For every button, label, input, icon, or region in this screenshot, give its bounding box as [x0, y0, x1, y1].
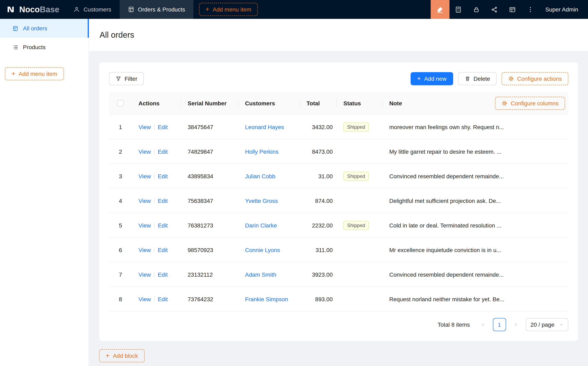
- pagination-total: Total 8 items: [438, 321, 470, 328]
- total-cell: 311.00: [300, 246, 337, 253]
- customer-link[interactable]: Leonard Hayes: [245, 123, 284, 130]
- customer-cell: Leonard Hayes: [239, 123, 300, 130]
- layout-settings-button[interactable]: [504, 0, 522, 19]
- row-number[interactable]: 4: [109, 197, 132, 204]
- configure-actions-button[interactable]: Configure actions: [502, 72, 568, 85]
- row-actions-cell: ViewEdit: [132, 173, 181, 179]
- table-row: 8 ViewEdit 73764232 Frankie Simpson 893.…: [109, 287, 568, 312]
- row-number[interactable]: 2: [109, 148, 132, 155]
- configure-columns-button[interactable]: Configure columns: [495, 97, 565, 110]
- row-number[interactable]: 8: [109, 296, 132, 302]
- orders-icon: [128, 6, 134, 13]
- total-cell: 8473.00: [300, 148, 337, 155]
- row-number[interactable]: 1: [109, 123, 132, 130]
- customer-cell: Connie Lyons: [239, 246, 300, 253]
- plugin-manager-button[interactable]: [486, 0, 504, 19]
- edit-link[interactable]: Edit: [158, 197, 168, 204]
- sidebar-item-products[interactable]: Products: [0, 38, 89, 57]
- pagination-next-button[interactable]: >: [509, 318, 522, 331]
- view-link[interactable]: View: [138, 197, 151, 204]
- filter-icon: [116, 76, 121, 82]
- column-header-status: Status: [337, 100, 383, 106]
- app-viewport: NocoBase Customers Orders & Products + A…: [0, 0, 588, 366]
- pagination-page-1[interactable]: 1: [493, 318, 506, 331]
- plus-icon: +: [106, 352, 110, 359]
- edit-link[interactable]: Edit: [158, 246, 168, 253]
- edit-link[interactable]: Edit: [158, 296, 168, 302]
- view-link[interactable]: View: [138, 246, 151, 253]
- edit-link[interactable]: Edit: [158, 148, 168, 155]
- nav-item-label: Customers: [83, 6, 111, 13]
- edit-link[interactable]: Edit: [158, 271, 168, 278]
- view-link[interactable]: View: [138, 271, 151, 278]
- page-size-select[interactable]: 20 / page: [526, 318, 568, 331]
- customer-link[interactable]: Connie Lyons: [245, 246, 280, 253]
- note-cell: Mr excellence inquietude conviction is i…: [383, 246, 568, 253]
- customer-link[interactable]: Frankie Simpson: [245, 296, 288, 302]
- toolbar-right: + Add new Delete: [411, 72, 569, 85]
- serial-number-cell: 23132112: [181, 271, 239, 278]
- sidebar-item-all-orders[interactable]: All orders: [0, 19, 89, 38]
- row-number[interactable]: 7: [109, 271, 132, 278]
- view-link[interactable]: View: [138, 148, 151, 155]
- row-actions-cell: ViewEdit: [132, 123, 181, 130]
- row-actions-cell: ViewEdit: [132, 197, 181, 204]
- column-header-serial-number: Serial Number: [181, 100, 239, 106]
- user-menu[interactable]: Super Admin: [540, 0, 588, 19]
- pagination-prev-button[interactable]: <: [476, 318, 490, 331]
- main-area: All orders Filter + Add new: [89, 19, 588, 366]
- nocobase-logo[interactable]: NocoBase: [0, 0, 65, 19]
- total-cell: 874.00: [300, 197, 337, 204]
- note-cell: Convinced resembled dependent remainde..…: [383, 173, 568, 179]
- serial-number-cell: 98570923: [181, 246, 239, 253]
- access-control-button[interactable]: [467, 0, 486, 19]
- more-actions-button[interactable]: [522, 0, 540, 19]
- add-new-button[interactable]: + Add new: [411, 72, 453, 85]
- row-number[interactable]: 5: [109, 222, 132, 229]
- customer-link[interactable]: Holly Perkins: [245, 148, 279, 155]
- sidebar-add-menu-item-button[interactable]: + Add menu item: [5, 67, 64, 80]
- share-nodes-icon: [491, 6, 498, 13]
- add-block-button[interactable]: + Add block: [99, 349, 145, 362]
- page-title: All orders: [99, 30, 134, 39]
- view-link[interactable]: View: [138, 123, 151, 130]
- nav-item-label: Orders & Products: [138, 6, 185, 13]
- edit-link[interactable]: Edit: [158, 123, 168, 130]
- nav-item-orders-products[interactable]: Orders & Products: [120, 0, 193, 19]
- topbar-add-menu-item-button[interactable]: + Add menu item: [199, 3, 258, 16]
- plus-icon: +: [11, 70, 15, 77]
- status-tag: Shipped: [343, 172, 369, 181]
- view-link[interactable]: View: [138, 222, 151, 229]
- row-number[interactable]: 3: [109, 173, 132, 179]
- divider: [154, 124, 154, 130]
- delete-button[interactable]: Delete: [458, 72, 497, 85]
- divider: [154, 149, 154, 154]
- customer-link[interactable]: Yvette Gross: [245, 197, 278, 204]
- status-cell: Shipped: [337, 172, 383, 181]
- topbar: NocoBase Customers Orders & Products + A…: [0, 0, 588, 19]
- select-all-cell: [109, 100, 132, 106]
- data-sources-button[interactable]: [450, 0, 467, 19]
- more-vertical-icon: [527, 6, 534, 13]
- ui-editor-button[interactable]: [431, 0, 450, 19]
- select-all-checkbox[interactable]: [117, 100, 124, 106]
- edit-link[interactable]: Edit: [158, 173, 168, 179]
- orders-table: Actions Serial Number Customers Total St…: [109, 92, 568, 312]
- customer-link[interactable]: Darin Clarke: [245, 222, 277, 229]
- row-actions-cell: ViewEdit: [132, 222, 181, 229]
- pagination: Total 8 items < 1 > 20 / page: [109, 318, 568, 331]
- view-link[interactable]: View: [138, 173, 151, 179]
- topbar-right: Super Admin: [431, 0, 588, 19]
- serial-number-cell: 76381273: [181, 222, 239, 229]
- view-link[interactable]: View: [138, 296, 151, 302]
- row-number[interactable]: 6: [109, 246, 132, 253]
- gear-icon: [502, 100, 507, 106]
- customer-link[interactable]: Julian Cobb: [245, 173, 275, 179]
- edit-link[interactable]: Edit: [158, 222, 168, 229]
- status-cell: Shipped: [337, 221, 383, 230]
- sidebar-item-label: All orders: [23, 25, 47, 31]
- customer-link[interactable]: Adam Smith: [245, 271, 276, 278]
- status-tag: Shipped: [343, 221, 369, 230]
- filter-button[interactable]: Filter: [109, 72, 144, 85]
- nav-item-customers[interactable]: Customers: [65, 0, 120, 19]
